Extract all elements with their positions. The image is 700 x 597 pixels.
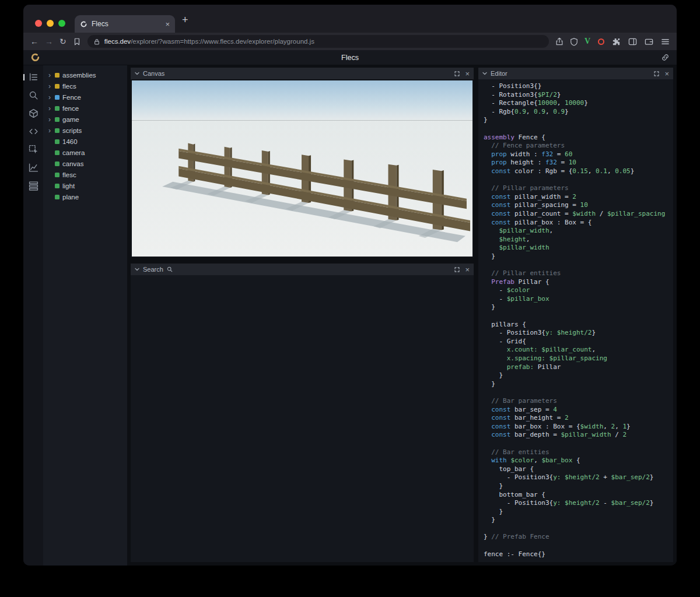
- app-main: ›assemblies›flecs›Fence›fence›game›scrip…: [23, 65, 677, 566]
- tree-item-label: flecs: [62, 83, 76, 90]
- code-line: [484, 176, 668, 185]
- forward-button[interactable]: →: [45, 37, 53, 45]
- entity-kind-icon: [55, 95, 60, 100]
- tree-panel-icon[interactable]: [29, 72, 38, 82]
- url-text: flecs.dev/explorer/?wasm=https://www.fle…: [104, 38, 314, 45]
- close-icon[interactable]: ×: [465, 266, 470, 273]
- code-line: bottom_bar {: [484, 491, 668, 500]
- code-line: assembly Fence {: [484, 134, 668, 142]
- chevron-right-icon[interactable]: ›: [47, 127, 52, 134]
- share-link-icon[interactable]: [661, 53, 670, 62]
- code-line: const pillar_box : Box = {: [484, 219, 668, 227]
- icon-rail: [23, 65, 43, 566]
- inspect-cursor-icon[interactable]: [29, 145, 38, 154]
- code-line: // Bar parameters: [484, 397, 668, 406]
- search-panel-icon[interactable]: [29, 90, 38, 100]
- fullscreen-window-button[interactable]: [58, 20, 65, 27]
- canvas-panel-header: Canvas ×: [131, 68, 474, 79]
- search-results-area[interactable]: [131, 275, 474, 562]
- reload-button[interactable]: ↻: [60, 37, 66, 45]
- close-icon[interactable]: ×: [465, 70, 470, 78]
- tree-item-canvas[interactable]: canvas: [43, 158, 127, 169]
- tree-item-plane[interactable]: plane: [43, 191, 127, 202]
- tree-item-label: camera: [62, 149, 85, 156]
- address-bar[interactable]: flecs.dev/explorer/?wasm=https://www.fle…: [88, 35, 549, 48]
- tree-item-assemblies[interactable]: ›assemblies: [43, 69, 127, 80]
- code-line: - Rotation3{$PI/2}: [484, 91, 668, 100]
- chevron-right-icon[interactable]: ›: [47, 105, 52, 112]
- tree-item-flecs[interactable]: ›flecs: [43, 80, 127, 92]
- back-button[interactable]: ←: [30, 37, 38, 45]
- code-line: [484, 312, 668, 321]
- code-line: - Rectangle{10000, 10000}: [484, 99, 668, 108]
- cube-panel-icon[interactable]: [29, 108, 38, 118]
- menu-hamburger-icon[interactable]: [661, 37, 670, 46]
- chevron-right-icon[interactable]: ›: [47, 94, 52, 101]
- expand-icon[interactable]: [654, 71, 659, 76]
- v-extension-icon[interactable]: V: [584, 37, 590, 46]
- tab-close-icon[interactable]: ×: [165, 20, 170, 29]
- code-line: prop height : f32 = 10: [484, 159, 668, 167]
- tree-item-Fence[interactable]: ›Fence: [43, 92, 127, 103]
- chart-panel-icon[interactable]: [29, 163, 38, 173]
- record-icon[interactable]: [598, 38, 604, 45]
- chevron-down-icon[interactable]: [135, 71, 139, 76]
- tree-item-1460[interactable]: 1460: [43, 136, 127, 147]
- browser-action-icons: V: [584, 37, 670, 46]
- close-window-button[interactable]: [35, 20, 42, 27]
- code-line: const pillar_spacing = 10: [484, 201, 668, 210]
- wallet-icon[interactable]: [645, 37, 653, 46]
- entity-tree: ›assemblies›flecs›Fence›fence›game›scrip…: [43, 65, 127, 566]
- shield-icon[interactable]: [570, 37, 578, 46]
- url-domain: flecs.dev: [104, 38, 131, 45]
- tree-item-game[interactable]: ›game: [43, 114, 127, 125]
- entity-kind-icon: [55, 173, 60, 177]
- code-line: - Position3{y: $height/2 - $bar_sep/2}: [484, 499, 668, 508]
- chevron-right-icon[interactable]: ›: [47, 116, 52, 123]
- share-button[interactable]: [555, 37, 564, 46]
- tree-item-label: light: [62, 182, 75, 189]
- chevron-right-icon[interactable]: ›: [47, 72, 52, 79]
- tree-item-flesc[interactable]: flesc: [43, 169, 127, 180]
- code-line: }: [484, 116, 668, 125]
- code-panel-icon[interactable]: [29, 127, 38, 136]
- chevron-down-icon[interactable]: [482, 71, 487, 76]
- tree-item-fence[interactable]: ›fence: [43, 103, 127, 114]
- code-line: const bar_height = 2: [484, 414, 668, 423]
- code-line: }: [484, 482, 668, 491]
- tree-item-light[interactable]: light: [43, 180, 127, 191]
- 3d-viewport[interactable]: [132, 80, 473, 257]
- tree-item-scripts[interactable]: ›scripts: [43, 125, 127, 136]
- entity-kind-icon: [55, 150, 60, 155]
- new-tab-button[interactable]: +: [182, 15, 188, 25]
- bookmark-icon[interactable]: [73, 37, 81, 46]
- close-icon[interactable]: ×: [664, 70, 669, 78]
- code-line: const bar_depth = $pillar_width / 2: [484, 431, 668, 440]
- tree-item-label: Fence: [62, 94, 81, 101]
- code-line: [484, 261, 668, 269]
- entity-kind-icon: [55, 128, 60, 133]
- code-line: - $pillar_box: [484, 295, 668, 304]
- code-line: $height,: [484, 236, 668, 244]
- code-line: prefab: Pillar: [484, 363, 668, 372]
- tree-item-label: 1460: [62, 138, 78, 145]
- extensions-puzzle-icon[interactable]: [612, 37, 621, 46]
- chevron-right-icon[interactable]: ›: [47, 83, 52, 90]
- chevron-down-icon[interactable]: [135, 267, 139, 272]
- tree-item-label: fence: [62, 105, 79, 112]
- editor-panel-header: Editor ×: [478, 68, 673, 79]
- sidebar-toggle-icon[interactable]: [628, 37, 637, 46]
- tab-title: Flecs: [92, 20, 161, 28]
- expand-icon[interactable]: [454, 71, 460, 76]
- lock-icon: [93, 38, 100, 45]
- entity-kind-icon: [55, 117, 60, 122]
- rows-panel-icon[interactable]: [29, 181, 38, 191]
- tree-item-camera[interactable]: camera: [43, 147, 127, 158]
- expand-icon[interactable]: [454, 267, 460, 272]
- minimize-window-button[interactable]: [47, 20, 54, 27]
- code-line: // Bar entities: [484, 448, 668, 457]
- browser-tab-flecs[interactable]: Flecs ×: [75, 15, 175, 33]
- editor-code[interactable]: - Position3{} - Rotation3{$PI/2} - Recta…: [478, 79, 673, 562]
- code-line: }: [484, 303, 668, 312]
- code-line: [484, 525, 668, 533]
